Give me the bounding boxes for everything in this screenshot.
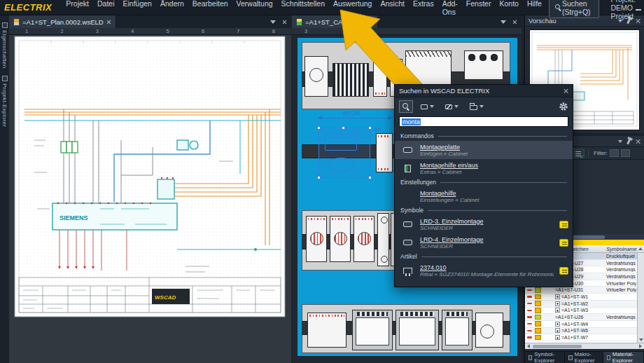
contactor[interactable]: [306, 216, 327, 262]
gear-icon[interactable]: [559, 102, 568, 111]
menu-item-Projekt[interactable]: Projekt: [62, 0, 93, 18]
search-result-item[interactable]: MontageplatteEinfügen » Cabinet: [395, 141, 573, 159]
section-divider: [440, 182, 567, 183]
search-result-item[interactable]: MontagehilfeEinstellungen » Cabinet: [395, 187, 573, 205]
tab-Symbol-Explorer[interactable]: Symbol-Explorer: [525, 352, 565, 363]
search-icon: [402, 103, 410, 110]
scroll-right-icon[interactable]: [639, 344, 642, 348]
selected-component[interactable]: [318, 128, 370, 178]
tab-Makro-Explorer[interactable]: Makro-Explorer: [565, 352, 603, 363]
search-result-item[interactable]: LRD-4. EinzelmontageSCHNEIDER: [395, 233, 573, 252]
sidebar-tab-Eigenschaften[interactable]: Eigenschaften: [0, 22, 9, 69]
tab-close-icon[interactable]: [106, 20, 111, 25]
section-label: Kommandos: [400, 132, 434, 139]
menu-item-Auswertung[interactable]: Auswertung: [329, 0, 376, 18]
scroll-left-icon[interactable]: [527, 344, 530, 348]
menu-item-Add-Ons[interactable]: Add-Ons: [438, 0, 462, 18]
search-scope-macros-button[interactable]: [442, 100, 462, 113]
cabinet-device-gray[interactable]: [442, 310, 472, 350]
cabinet-device-gauges[interactable]: [464, 50, 503, 80]
table-row[interactable]: =A1+ST-W6: [525, 328, 637, 335]
minimize-icon[interactable]: [636, 5, 641, 11]
vertical-scrollbar[interactable]: [637, 253, 644, 343]
ref-text: =A1+ST-W7: [561, 335, 588, 340]
panel-close-icon[interactable]: [512, 20, 517, 25]
expand-icon[interactable]: [555, 322, 560, 327]
menu-item-Ansicht[interactable]: Ansicht: [376, 0, 408, 18]
ruler-tick: 5: [150, 28, 186, 34]
search-result-item[interactable]: LRD-3. EinzelmontageSCHNEIDER: [395, 215, 573, 233]
search-result-item[interactable]: Montagehilfe ein/ausExtras » Cabinet: [395, 159, 573, 177]
tab-close-icon[interactable]: [368, 20, 373, 25]
menu-item-Datei[interactable]: Datei: [93, 0, 119, 18]
terminal-block[interactable]: [332, 63, 369, 97]
table-horizontal-scrollbar[interactable]: [525, 343, 644, 349]
menu-item-Verwaltung[interactable]: Verwaltung: [232, 0, 277, 18]
column-header-symbol[interactable]: Symbolname: [606, 246, 637, 252]
sidebar-tab-icon: [2, 76, 8, 81]
filter-option-button[interactable]: [621, 149, 630, 157]
menu-item-Bearbeiten[interactable]: Bearbeiten: [188, 0, 232, 18]
table-row[interactable]: =A1+ST-U26Verdrahtungs: [525, 314, 637, 321]
menu-item-Einfügen[interactable]: Einfügen: [119, 0, 156, 18]
search-input[interactable]: monta: [399, 116, 568, 127]
tab-list-chevron-icon[interactable]: [270, 20, 276, 24]
expand-icon[interactable]: [555, 335, 560, 340]
close-icon[interactable]: [636, 18, 640, 23]
filter-option-button[interactable]: [610, 149, 619, 157]
cabinet-device-round[interactable]: [475, 313, 503, 348]
table-row[interactable]: =A1+ST-W3: [525, 308, 637, 315]
menu-item-Ändern[interactable]: Ändern: [156, 0, 188, 18]
expand-icon[interactable]: [555, 328, 560, 333]
search-scope-projects-button[interactable]: [466, 100, 487, 113]
cabinet-device-narrow[interactable]: [373, 50, 387, 97]
color-cell: [533, 308, 542, 313]
scroll-up-icon[interactable]: [638, 247, 643, 250]
circuit-breaker[interactable]: [377, 213, 389, 266]
expand-icon[interactable]: [555, 301, 560, 306]
chevron-down-icon[interactable]: [618, 140, 622, 143]
close-icon[interactable]: [564, 88, 568, 93]
menu-item-Extras[interactable]: Extras: [409, 0, 438, 18]
global-search-button[interactable]: Suchen (Strg+Q): [549, 0, 600, 18]
tab-list-chevron-icon[interactable]: [500, 20, 506, 24]
cabinet-device-narrow[interactable]: [376, 133, 393, 172]
contactor[interactable]: [354, 216, 374, 262]
ruler-tick: 1: [9, 28, 44, 34]
explorer-tab-label: Symbol-Explorer: [534, 351, 561, 363]
scroll-down-icon[interactable]: [639, 338, 643, 341]
ref-cell: =A1+ST-W1: [555, 294, 606, 299]
filter-all-icon[interactable]: [573, 149, 584, 158]
menu-item-Hilfe[interactable]: Hilfe: [523, 0, 546, 18]
panel-close-icon[interactable]: [282, 20, 287, 25]
ref-cell: =A1+ST-W2: [555, 301, 606, 306]
cabinet-device-gray[interactable]: [352, 310, 393, 350]
menu-item-Fenster[interactable]: Fenster: [462, 0, 496, 18]
search-scope-symbols-button[interactable]: [417, 100, 438, 113]
pin-icon[interactable]: [626, 138, 631, 144]
cabinet-device-gray[interactable]: [396, 310, 439, 350]
minus-icon: [527, 323, 532, 325]
table-row[interactable]: =A1+ST-W1: [525, 294, 637, 301]
close-icon[interactable]: [636, 139, 640, 144]
table-row[interactable]: =A1+ST-W2: [525, 301, 637, 308]
table-row[interactable]: =A1+ST-U31Virtueller Poly: [525, 287, 637, 294]
menu-item-Schnittstellen[interactable]: Schnittstellen: [277, 0, 329, 18]
cabinet-device-panel[interactable]: [405, 50, 451, 85]
expand-icon[interactable]: [555, 308, 560, 313]
cabinet-device[interactable]: [307, 313, 346, 348]
menu-bar: ELECTRIX ProjektDateiEinfügenÄndernBearb…: [0, 0, 644, 15]
sidebar-tab-Projekt-Explorer[interactable]: Projekt-Explorer: [0, 76, 9, 127]
expand-icon[interactable]: [555, 294, 560, 299]
schematic-canvas[interactable]: SIEMENS: [9, 35, 291, 363]
result-section-Symbole: Symbole: [395, 205, 573, 215]
search-popup-header[interactable]: Suchen in WSCAD ELECTRIX: [395, 85, 573, 97]
menu-item-Konto[interactable]: Konto: [495, 0, 522, 18]
table-row[interactable]: =A1+ST-W4: [525, 321, 637, 328]
cabinet-device-round[interactable]: [304, 56, 328, 97]
search-result-item[interactable]: 2374.010Rittal » SGZ374010 Montage-Eleme…: [395, 261, 573, 280]
contactor[interactable]: [330, 216, 351, 262]
table-row[interactable]: =A1+ST-W7: [525, 334, 637, 341]
tab-Material-Explorer[interactable]: Material-Explorer: [603, 352, 644, 363]
search-scope-all-button[interactable]: [399, 100, 413, 113]
